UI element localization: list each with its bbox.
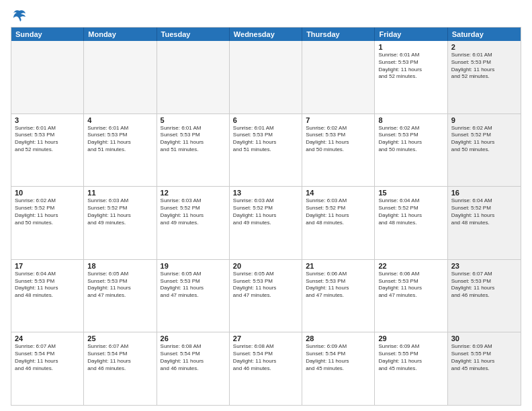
- calendar-cell: 23Sunrise: 6:07 AM Sunset: 5:53 PM Dayli…: [448, 260, 521, 332]
- calendar-cell: [11, 41, 84, 113]
- day-info: Sunrise: 6:09 AM Sunset: 5:54 PM Dayligh…: [306, 343, 371, 372]
- calendar-cell: 13Sunrise: 6:03 AM Sunset: 5:52 PM Dayli…: [230, 187, 302, 259]
- calendar-cell: 22Sunrise: 6:06 AM Sunset: 5:53 PM Dayli…: [375, 260, 447, 332]
- calendar-cell: 18Sunrise: 6:05 AM Sunset: 5:53 PM Dayli…: [84, 260, 157, 332]
- day-info: Sunrise: 6:04 AM Sunset: 5:53 PM Dayligh…: [15, 271, 80, 300]
- calendar-cell: 10Sunrise: 6:02 AM Sunset: 5:52 PM Dayli…: [11, 187, 84, 259]
- calendar-cell: [230, 41, 302, 113]
- day-number: 3: [15, 116, 80, 124]
- calendar-header: SundayMondayTuesdayWednesdayThursdayFrid…: [11, 28, 521, 41]
- day-number: 29: [378, 334, 443, 342]
- day-info: Sunrise: 6:04 AM Sunset: 5:52 PM Dayligh…: [378, 197, 443, 226]
- calendar-cell: 15Sunrise: 6:04 AM Sunset: 5:52 PM Dayli…: [375, 187, 447, 259]
- logo: [11, 8, 27, 21]
- day-number: 7: [306, 116, 371, 124]
- day-info: Sunrise: 6:05 AM Sunset: 5:53 PM Dayligh…: [233, 271, 298, 300]
- calendar-row: 17Sunrise: 6:04 AM Sunset: 5:53 PM Dayli…: [11, 260, 521, 333]
- calendar-cell: 11Sunrise: 6:03 AM Sunset: 5:52 PM Dayli…: [84, 187, 157, 259]
- calendar-header-cell: Friday: [375, 28, 447, 41]
- calendar-header-cell: Monday: [84, 28, 157, 41]
- calendar-cell: 17Sunrise: 6:04 AM Sunset: 5:53 PM Dayli…: [11, 260, 84, 332]
- day-number: 18: [87, 262, 152, 270]
- calendar-cell: 29Sunrise: 6:09 AM Sunset: 5:55 PM Dayli…: [375, 332, 447, 405]
- calendar-cell: 5Sunrise: 6:01 AM Sunset: 5:53 PM Daylig…: [157, 114, 230, 187]
- day-number: 26: [161, 334, 226, 342]
- calendar-cell: 8Sunrise: 6:02 AM Sunset: 5:53 PM Daylig…: [375, 114, 447, 187]
- day-info: Sunrise: 6:07 AM Sunset: 5:53 PM Dayligh…: [451, 271, 517, 300]
- calendar-cell: 30Sunrise: 6:09 AM Sunset: 5:55 PM Dayli…: [448, 332, 521, 405]
- calendar-cell: [157, 41, 230, 113]
- day-info: Sunrise: 6:07 AM Sunset: 5:54 PM Dayligh…: [15, 343, 80, 372]
- day-info: Sunrise: 6:06 AM Sunset: 5:53 PM Dayligh…: [378, 271, 443, 300]
- day-info: Sunrise: 6:01 AM Sunset: 5:53 PM Dayligh…: [451, 52, 517, 81]
- calendar-cell: 21Sunrise: 6:06 AM Sunset: 5:53 PM Dayli…: [302, 260, 375, 332]
- day-number: 14: [306, 189, 371, 197]
- calendar-cell: 3Sunrise: 6:01 AM Sunset: 5:53 PM Daylig…: [11, 114, 84, 187]
- calendar-header-cell: Wednesday: [230, 28, 302, 41]
- calendar-cell: 1Sunrise: 6:01 AM Sunset: 5:53 PM Daylig…: [375, 41, 447, 113]
- calendar-cell: 14Sunrise: 6:03 AM Sunset: 5:52 PM Dayli…: [302, 187, 375, 259]
- logo-bird-icon: [12, 8, 27, 23]
- calendar-cell: 20Sunrise: 6:05 AM Sunset: 5:53 PM Dayli…: [230, 260, 302, 332]
- day-number: 23: [451, 262, 517, 270]
- calendar-cell: 16Sunrise: 6:04 AM Sunset: 5:52 PM Dayli…: [448, 187, 521, 259]
- calendar-cell: 7Sunrise: 6:02 AM Sunset: 5:53 PM Daylig…: [302, 114, 375, 187]
- day-number: 12: [161, 189, 226, 197]
- day-info: Sunrise: 6:02 AM Sunset: 5:52 PM Dayligh…: [451, 125, 517, 154]
- calendar-header-cell: Saturday: [448, 28, 521, 41]
- day-number: 19: [161, 262, 226, 270]
- day-number: 1: [378, 43, 443, 51]
- calendar-cell: 24Sunrise: 6:07 AM Sunset: 5:54 PM Dayli…: [11, 332, 84, 405]
- day-info: Sunrise: 6:01 AM Sunset: 5:53 PM Dayligh…: [87, 125, 152, 154]
- calendar-cell: 27Sunrise: 6:08 AM Sunset: 5:54 PM Dayli…: [230, 332, 302, 405]
- calendar-cell: 28Sunrise: 6:09 AM Sunset: 5:54 PM Dayli…: [302, 332, 375, 405]
- day-number: 20: [233, 262, 298, 270]
- day-number: 30: [451, 334, 517, 342]
- day-info: Sunrise: 6:09 AM Sunset: 5:55 PM Dayligh…: [451, 343, 517, 372]
- calendar-cell: 25Sunrise: 6:07 AM Sunset: 5:54 PM Dayli…: [84, 332, 157, 405]
- day-number: 2: [451, 43, 517, 51]
- header: [11, 8, 521, 21]
- calendar-cell: 6Sunrise: 6:01 AM Sunset: 5:53 PM Daylig…: [230, 114, 302, 187]
- day-info: Sunrise: 6:01 AM Sunset: 5:53 PM Dayligh…: [161, 125, 226, 154]
- calendar-header-cell: Thursday: [302, 28, 375, 41]
- day-info: Sunrise: 6:06 AM Sunset: 5:53 PM Dayligh…: [306, 271, 371, 300]
- calendar-cell: 9Sunrise: 6:02 AM Sunset: 5:52 PM Daylig…: [448, 114, 521, 187]
- day-number: 10: [15, 189, 80, 197]
- calendar-cell: 26Sunrise: 6:08 AM Sunset: 5:54 PM Dayli…: [157, 332, 230, 405]
- day-info: Sunrise: 6:03 AM Sunset: 5:52 PM Dayligh…: [87, 197, 152, 226]
- day-info: Sunrise: 6:08 AM Sunset: 5:54 PM Dayligh…: [161, 343, 226, 372]
- calendar-cell: [84, 41, 157, 113]
- day-number: 5: [161, 116, 226, 124]
- calendar-body: 1Sunrise: 6:01 AM Sunset: 5:53 PM Daylig…: [11, 41, 521, 405]
- day-number: 27: [233, 334, 298, 342]
- day-info: Sunrise: 6:09 AM Sunset: 5:55 PM Dayligh…: [378, 343, 443, 372]
- calendar-row: 10Sunrise: 6:02 AM Sunset: 5:52 PM Dayli…: [11, 187, 521, 260]
- calendar-cell: 12Sunrise: 6:03 AM Sunset: 5:52 PM Dayli…: [157, 187, 230, 259]
- day-info: Sunrise: 6:05 AM Sunset: 5:53 PM Dayligh…: [161, 271, 226, 300]
- calendar-cell: 4Sunrise: 6:01 AM Sunset: 5:53 PM Daylig…: [84, 114, 157, 187]
- day-number: 28: [306, 334, 371, 342]
- day-info: Sunrise: 6:01 AM Sunset: 5:53 PM Dayligh…: [233, 125, 298, 154]
- calendar-cell: 2Sunrise: 6:01 AM Sunset: 5:53 PM Daylig…: [448, 41, 521, 113]
- page: SundayMondayTuesdayWednesdayThursdayFrid…: [0, 0, 532, 411]
- calendar-cell: 19Sunrise: 6:05 AM Sunset: 5:53 PM Dayli…: [157, 260, 230, 332]
- calendar-header-cell: Sunday: [11, 28, 84, 41]
- day-info: Sunrise: 6:07 AM Sunset: 5:54 PM Dayligh…: [87, 343, 152, 372]
- day-info: Sunrise: 6:03 AM Sunset: 5:52 PM Dayligh…: [306, 197, 371, 226]
- day-info: Sunrise: 6:03 AM Sunset: 5:52 PM Dayligh…: [233, 197, 298, 226]
- calendar-row: 24Sunrise: 6:07 AM Sunset: 5:54 PM Dayli…: [11, 332, 521, 405]
- calendar-header-cell: Tuesday: [157, 28, 230, 41]
- day-info: Sunrise: 6:04 AM Sunset: 5:52 PM Dayligh…: [451, 197, 517, 226]
- day-info: Sunrise: 6:03 AM Sunset: 5:52 PM Dayligh…: [161, 197, 226, 226]
- day-number: 16: [451, 189, 517, 197]
- day-number: 15: [378, 189, 443, 197]
- day-number: 9: [451, 116, 517, 124]
- day-info: Sunrise: 6:02 AM Sunset: 5:53 PM Dayligh…: [306, 125, 371, 154]
- day-info: Sunrise: 6:01 AM Sunset: 5:53 PM Dayligh…: [15, 125, 80, 154]
- day-info: Sunrise: 6:02 AM Sunset: 5:52 PM Dayligh…: [15, 197, 80, 226]
- day-number: 6: [233, 116, 298, 124]
- day-number: 11: [87, 189, 152, 197]
- day-info: Sunrise: 6:02 AM Sunset: 5:53 PM Dayligh…: [378, 125, 443, 154]
- day-number: 8: [378, 116, 443, 124]
